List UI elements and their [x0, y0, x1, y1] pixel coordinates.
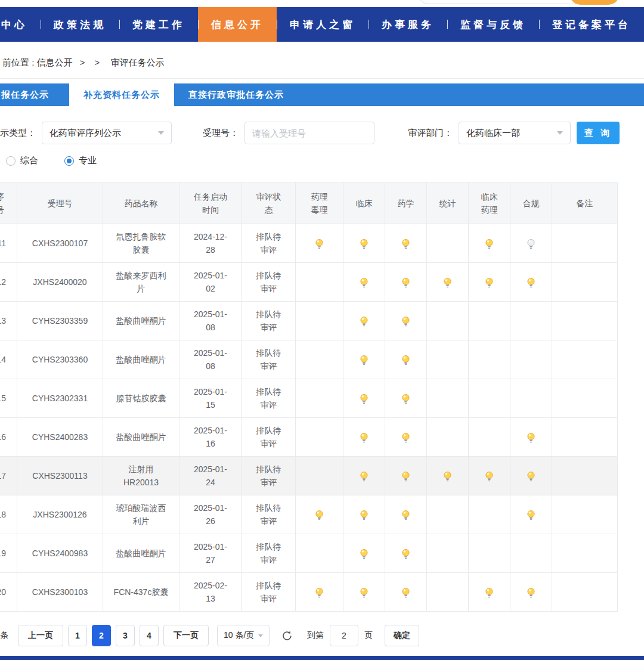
discipline-cell — [510, 379, 552, 418]
acceptance-no-cell: CYHS2400983 — [17, 534, 103, 573]
prev-page-button[interactable]: 上一页 — [18, 625, 63, 646]
remark-cell — [552, 457, 618, 495]
review-light-icon — [401, 587, 410, 597]
header-start-date: 任务启动时间 — [179, 182, 242, 224]
discipline-cell — [296, 573, 343, 612]
drug-name-cell: 盐酸曲唑酮片 — [103, 534, 179, 573]
nav-item-info-disclosure[interactable]: 信息公开 — [198, 7, 277, 42]
breadcrumb-current: 审评任务公示 — [111, 57, 165, 67]
breadcrumb-separator: > > — [80, 57, 104, 67]
page-unit-label: 页 — [364, 630, 373, 641]
start-date-cell: 2025-01-08 — [179, 302, 242, 340]
results-table: 序号 受理号 药品名称 任务启动时间 审评状态 药理毒理 临床 药学 统计 临床… — [0, 182, 618, 612]
review-light-icon — [360, 471, 369, 481]
header-pharm-tox: 药理毒理 — [296, 182, 343, 224]
page-number-button[interactable]: 2 — [92, 625, 111, 646]
tab-declaration-tasks[interactable]: 报任务公示 — [0, 83, 69, 106]
discipline-cell — [469, 224, 510, 263]
table-row: 11CXHS2300107氘恩扎鲁胺软胶囊2024-12-28排队待审评 — [0, 224, 618, 263]
discipline-cell — [427, 379, 469, 418]
review-light-icon — [527, 471, 535, 481]
status-cell: 排队待审评 — [242, 263, 296, 302]
acceptance-no-input[interactable] — [244, 122, 374, 144]
query-button[interactable]: 查 询 — [577, 122, 620, 144]
refresh-icon[interactable] — [281, 630, 293, 642]
discipline-cell — [510, 418, 552, 457]
publicity-type-select[interactable]: 化药审评序列公示 — [42, 122, 172, 144]
header-pharmacy: 药学 — [385, 182, 427, 224]
discipline-cell — [469, 534, 510, 573]
goto-page-input[interactable] — [330, 625, 358, 646]
acceptance-no-cell: CYHS2303360 — [17, 340, 103, 379]
site-search-button[interactable] — [569, 0, 620, 5]
discipline-cell — [427, 573, 469, 612]
discipline-cell — [296, 302, 343, 340]
publicity-type-value: 化药审评序列公示 — [49, 128, 121, 139]
remark-cell — [552, 418, 618, 457]
header-statistics: 统计 — [427, 182, 469, 224]
seq-cell: 16 — [0, 418, 17, 457]
discipline-cell — [296, 340, 343, 379]
page-number-button[interactable]: 3 — [116, 625, 135, 646]
discipline-cell — [427, 224, 469, 263]
table-row: 19CYHS2400983盐酸曲唑酮片2025-01-27排队待审评 — [0, 534, 618, 573]
pagination: 条 上一页 1 2 3 4 下一页 10 条/页 到第 页 确定 — [0, 625, 644, 646]
discipline-cell — [510, 340, 552, 379]
tab-direct-admin-approval-tasks[interactable]: 直接行政审批任务公示 — [174, 83, 298, 106]
page-size-select[interactable]: 10 条/页 — [217, 625, 270, 646]
discipline-cell — [427, 457, 469, 495]
table-row: 13CYHS2303359盐酸曲唑酮片2025-01-08排队待审评 — [0, 302, 618, 340]
discipline-cell — [469, 457, 510, 495]
radio-icon — [6, 156, 16, 166]
start-date-cell: 2025-01-02 — [179, 263, 242, 302]
review-light-icon — [527, 432, 535, 442]
nav-item-supervision-feedback[interactable]: 监督与反馈 — [447, 7, 539, 42]
nav-item-registration-platform[interactable]: 登记备案平台 — [539, 7, 644, 42]
discipline-cell — [385, 457, 427, 495]
radio-professional[interactable]: 专业 — [64, 155, 97, 166]
nav-item-services[interactable]: 办事服务 — [369, 7, 447, 42]
nav-item-party-building[interactable]: 党建工作 — [119, 7, 198, 42]
review-light-icon — [315, 238, 324, 248]
next-page-button[interactable]: 下一页 — [163, 625, 209, 646]
site-search-bar[interactable] — [417, 0, 620, 4]
review-light-icon — [401, 355, 410, 364]
discipline-cell — [469, 302, 510, 340]
review-department-value: 化药临床一部 — [466, 128, 520, 139]
drug-name-cell: 盐酸曲唑酮片 — [103, 302, 179, 340]
page-number-button[interactable]: 1 — [68, 625, 87, 646]
review-light-icon — [360, 277, 369, 287]
discipline-cell — [427, 418, 469, 457]
review-light-icon — [401, 277, 410, 287]
status-cell: 排队待审评 — [242, 340, 296, 379]
review-department-select[interactable]: 化药临床一部 — [459, 122, 571, 144]
review-light-icon — [401, 510, 410, 519]
status-cell: 排队待审评 — [242, 457, 296, 495]
discipline-cell — [510, 534, 552, 573]
start-date-cell: 2025-02-13 — [179, 573, 242, 612]
discipline-cell — [385, 495, 427, 534]
nav-item-center[interactable]: 中心 — [0, 7, 41, 42]
header-acceptance-no: 受理号 — [17, 182, 103, 224]
header-clinical-pharm: 临床药理 — [469, 182, 510, 224]
status-cell: 排队待审评 — [242, 573, 296, 612]
confirm-button[interactable]: 确定 — [385, 625, 419, 646]
radio-label: 综合 — [20, 155, 38, 166]
acceptance-no-cell: CXHS2300107 — [17, 224, 103, 263]
radio-comprehensive[interactable]: 综合 — [6, 155, 38, 166]
nav-item-applicant-window[interactable]: 申请人之窗 — [277, 7, 369, 42]
review-light-icon — [485, 238, 494, 248]
nav-item-policies[interactable]: 政策法规 — [41, 7, 119, 42]
discipline-cell — [469, 418, 510, 457]
breadcrumb-section[interactable]: 信息公开 — [37, 57, 73, 67]
page-number-button[interactable]: 4 — [140, 625, 159, 646]
header-status: 审评状态 — [242, 182, 296, 224]
tab-supplementary-material-tasks[interactable]: 补充资料任务公示 — [69, 83, 174, 106]
chevron-down-icon — [258, 634, 263, 637]
seq-cell: 15 — [0, 379, 17, 418]
review-light-icon — [527, 238, 535, 248]
radio-label: 专业 — [79, 155, 97, 166]
discipline-cell — [469, 263, 510, 302]
review-light-icon — [443, 277, 452, 287]
table-row: 14CYHS2303360盐酸曲唑酮片2025-01-08排队待审评 — [0, 340, 618, 379]
